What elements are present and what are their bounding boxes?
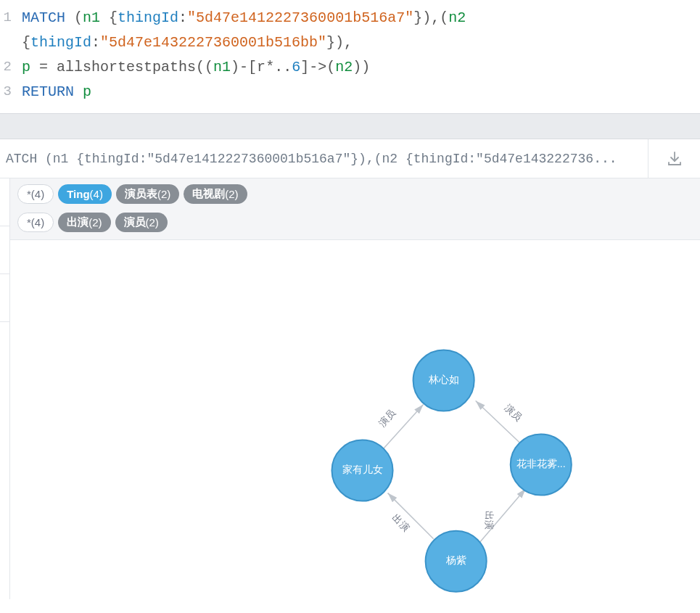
export-button[interactable]: [648, 139, 700, 178]
pill-rel-acted[interactable]: 出演(2): [58, 213, 110, 232]
query-summary-bar: ATCH (n1 {thingId:"5d47e1412227360001b51…: [0, 139, 700, 178]
rail-cell[interactable]: [0, 274, 9, 322]
pill-rel-all[interactable]: *(4): [17, 213, 54, 232]
graph-canvas[interactable]: 演员 演员 出演 出演 林心如 家有儿女: [10, 247, 700, 599]
view-mode-rail: [0, 178, 10, 599]
rel-type-row: *(4) 出演(2) 演员(2): [17, 213, 693, 236]
query-summary-text: ATCH (n1 {thingId:"5d47e1412227360001b51…: [0, 152, 648, 166]
code-line-2: p = allshortestpaths((n1)-[r*..6]->(n2)): [22, 55, 700, 80]
line-number: 3: [0, 80, 22, 104]
edge-left-to-top[interactable]: 演员: [376, 404, 424, 448]
svg-text:出演: 出演: [484, 511, 495, 530]
line-number: 2: [0, 55, 22, 80]
graph-node-left[interactable]: 家有儿女: [332, 440, 392, 501]
svg-text:出演: 出演: [390, 512, 411, 533]
line-number: 1: [0, 6, 22, 30]
graph-node-top[interactable]: 林心如: [413, 350, 474, 411]
svg-text:演员: 演员: [503, 403, 524, 424]
pill-node-all[interactable]: *(4): [17, 184, 54, 204]
pill-rel-actor[interactable]: 演员(2): [115, 213, 168, 232]
svg-text:演员: 演员: [376, 408, 398, 429]
graph-panel[interactable]: *(4) Ting(4) 演员表(2) 电视剧(2) *(4) 出演(2) 演员…: [10, 178, 700, 599]
edge-bottom-to-right[interactable]: 出演: [478, 489, 526, 545]
code-line-1-wrap: {thingId:"5d47e1432227360001b516bb"}),: [22, 30, 700, 55]
pill-node-tvshow[interactable]: 电视剧(2): [184, 184, 247, 204]
node-label-row: *(4) Ting(4) 演员表(2) 电视剧(2): [17, 184, 693, 208]
filter-bar: *(4) Ting(4) 演员表(2) 电视剧(2) *(4) 出演(2) 演员…: [10, 178, 700, 240]
graph-node-right[interactable]: 花非花雾...: [511, 435, 572, 495]
code-line-3: RETURN p: [22, 80, 700, 104]
cypher-editor[interactable]: 1 MATCH (n1 {thingId:"5d47e1412227360001…: [0, 0, 700, 110]
svg-text:家有儿女: 家有儿女: [342, 464, 383, 475]
code-line-1: MATCH (n1 {thingId:"5d47e1412227360001b5…: [22, 6, 700, 30]
line-number-empty: [0, 30, 22, 55]
svg-text:花非花雾...: 花非花雾...: [516, 458, 566, 469]
section-divider: [0, 113, 700, 139]
svg-text:林心如: 林心如: [428, 374, 459, 385]
pill-node-cast[interactable]: 演员表(2): [116, 184, 179, 204]
rail-cell[interactable]: [0, 178, 9, 226]
edge-right-to-top[interactable]: 演员: [476, 400, 524, 442]
pill-node-ting[interactable]: Ting(4): [58, 184, 112, 204]
edge-bottom-to-left[interactable]: 出演: [388, 493, 434, 539]
rail-cell[interactable]: [0, 226, 9, 274]
download-icon: [666, 150, 683, 168]
graph-node-bottom[interactable]: 杨紫: [426, 531, 487, 592]
svg-text:杨紫: 杨紫: [445, 554, 466, 566]
